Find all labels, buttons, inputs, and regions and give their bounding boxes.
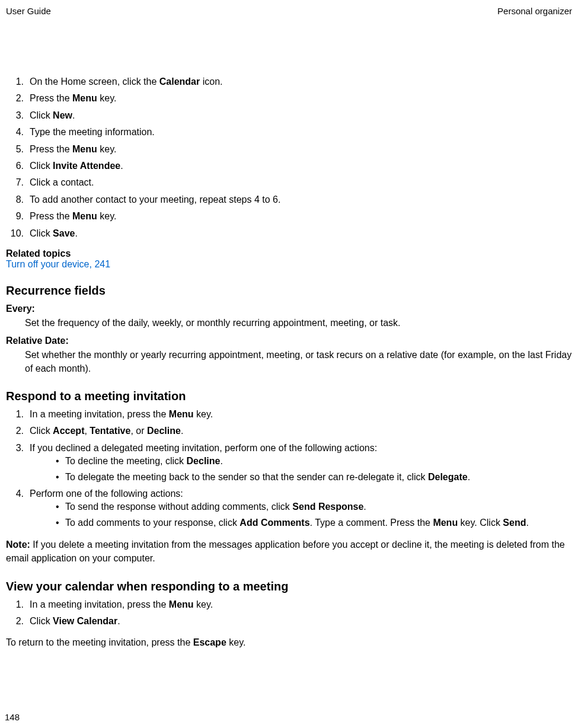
bullet-text: To delegate the meeting back to the send… xyxy=(65,472,428,482)
section-recurrence-fields: Recurrence fields xyxy=(6,284,572,298)
note-respond: Note: If you delete a meeting invitation… xyxy=(6,538,572,565)
bullet-item: To delegate the meeting back to the send… xyxy=(53,471,572,484)
step-post: key. xyxy=(194,599,213,609)
page-header: User Guide Personal organizer xyxy=(6,6,572,16)
step-text: To add another contact to your meeting, … xyxy=(30,194,280,205)
note-label: Note: xyxy=(6,539,30,550)
step-bold: Invite Attendee xyxy=(53,161,120,171)
step-post: . xyxy=(117,616,120,626)
bullet-item: To add comments to your response, click … xyxy=(53,516,572,529)
para-text: To return to the meeting invitation, pre… xyxy=(6,637,193,647)
related-link-turn-off-device[interactable]: Turn off your device, 241 xyxy=(6,259,110,269)
step-item: Press the Menu key. xyxy=(6,92,572,105)
bullet-bold: Menu xyxy=(433,518,458,528)
step-bold: Menu xyxy=(169,599,194,609)
definition-every: Set the frequency of the daily, weekly, … xyxy=(25,317,572,330)
step-text: Click xyxy=(30,426,53,436)
section-view-calendar: View your calendar when responding to a … xyxy=(6,580,572,593)
term-every: Every: xyxy=(6,304,572,314)
step-post: key. xyxy=(194,409,213,419)
section-respond-invitation: Respond to a meeting invitation xyxy=(6,389,572,403)
step-bold: Accept xyxy=(53,426,84,436)
para-post: key. xyxy=(226,637,246,647)
step-item: Click Save. xyxy=(6,227,572,240)
step-text: In a meeting invitation, press the xyxy=(30,409,169,419)
step-item: In a meeting invitation, press the Menu … xyxy=(6,408,572,421)
bullet-text: To add comments to your response, click xyxy=(65,518,239,528)
step-post: key. xyxy=(97,211,117,221)
step-bold: Decline xyxy=(147,426,181,436)
step-bold: New xyxy=(53,110,72,120)
bullet-post: . xyxy=(526,518,528,528)
bullet-post: . xyxy=(363,502,366,512)
bullet-post: . xyxy=(468,472,470,482)
definition-relative-date: Set whether the monthly or yearly recurr… xyxy=(25,349,572,375)
bullets-step3: To decline the meeting, click Decline. T… xyxy=(53,455,572,484)
step-text: In a meeting invitation, press the xyxy=(30,599,169,609)
step-item: To add another contact to your meeting, … xyxy=(6,193,572,206)
step-item: Click View Calendar. xyxy=(6,615,572,628)
bullet-bold: Decline xyxy=(187,456,221,466)
step-bold: Menu xyxy=(169,409,194,419)
step-bold: Tentative xyxy=(90,426,130,436)
step-item: If you declined a delegated meeting invi… xyxy=(6,442,572,484)
return-para: To return to the meeting invitation, pre… xyxy=(6,636,572,649)
header-left: User Guide xyxy=(6,6,51,16)
step-post: . xyxy=(181,426,183,436)
header-right: Personal organizer xyxy=(497,6,572,16)
note-text: If you delete a meeting invitation from … xyxy=(6,539,565,563)
step-bold: Calendar xyxy=(159,76,200,87)
bullet-post: . xyxy=(220,456,222,466)
step-text: Click a contact. xyxy=(30,177,94,187)
bullet-text: To send the response without adding comm… xyxy=(65,502,292,512)
bullet-bold: Delegate xyxy=(428,472,468,482)
step-text: On the Home screen, click the xyxy=(30,76,159,87)
step-post: icon. xyxy=(200,76,222,87)
step-text: Press the xyxy=(30,93,72,103)
step-item: In a meeting invitation, press the Menu … xyxy=(6,598,572,611)
bullet-bold: Add Comments xyxy=(239,518,309,528)
step-item: Click New. xyxy=(6,109,572,122)
step-item: Press the Menu key. xyxy=(6,143,572,156)
step-text: Press the xyxy=(30,144,72,154)
step-text: , or xyxy=(130,426,147,436)
term-relative-date: Relative Date: xyxy=(6,336,572,346)
step-text: Click xyxy=(30,161,53,171)
page-content: On the Home screen, click the Calendar i… xyxy=(6,75,572,650)
step-text: If you declined a delegated meeting invi… xyxy=(30,443,377,453)
step-item: Type the meeting information. xyxy=(6,126,572,139)
page-number: 148 xyxy=(5,712,20,722)
step-text: Click xyxy=(30,110,53,120)
step-item: Click Accept, Tentative, or Decline. xyxy=(6,424,572,438)
steps-list-1: On the Home screen, click the Calendar i… xyxy=(6,75,572,240)
bullet-item: To send the response without adding comm… xyxy=(53,500,572,513)
step-post: key. xyxy=(97,93,117,103)
step-item: Press the Menu key. xyxy=(6,210,572,223)
step-text: Perform one of the following actions: xyxy=(30,488,183,499)
step-bold: Menu xyxy=(72,211,97,221)
bullet-bold: Send Response xyxy=(292,502,363,512)
bullet-text: . Type a comment. Press the xyxy=(310,518,433,528)
bullet-text: To decline the meeting, click xyxy=(65,456,187,466)
step-item: Click Invite Attendee. xyxy=(6,159,572,173)
bullet-bold: Send xyxy=(503,518,526,528)
step-post: . xyxy=(75,228,77,238)
steps-list-respond: In a meeting invitation, press the Menu … xyxy=(6,408,572,529)
step-text: Press the xyxy=(30,211,72,221)
step-text: Click xyxy=(30,228,53,238)
step-post: . xyxy=(72,110,75,120)
step-post: . xyxy=(120,161,123,171)
steps-list-view: In a meeting invitation, press the Menu … xyxy=(6,598,572,628)
step-bold: Save xyxy=(53,228,75,238)
step-bold: View Calendar xyxy=(53,616,117,626)
bullet-item: To decline the meeting, click Decline. xyxy=(53,455,572,468)
step-text: Click xyxy=(30,616,53,626)
step-text: Type the meeting information. xyxy=(30,127,155,137)
step-item: On the Home screen, click the Calendar i… xyxy=(6,75,572,88)
related-topics-heading: Related topics xyxy=(6,248,572,259)
step-bold: Menu xyxy=(72,93,97,103)
step-bold: Menu xyxy=(72,144,97,154)
bullets-step4: To send the response without adding comm… xyxy=(53,500,572,529)
bullet-text: key. Click xyxy=(458,518,503,528)
step-post: key. xyxy=(97,144,117,154)
